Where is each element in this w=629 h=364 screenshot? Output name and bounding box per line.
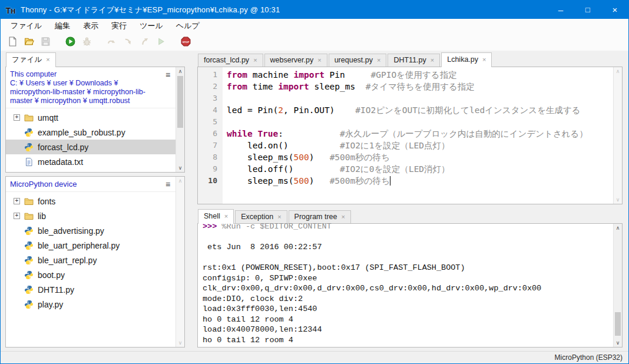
tree-item-ble-uart-peripheral-py[interactable]: + ble_uart_peripheral.py: [6, 238, 176, 253]
tab-close-icon[interactable]: ×: [253, 57, 257, 63]
tree-item-lib[interactable]: + lib: [6, 209, 176, 223]
line-number: 2: [198, 81, 223, 92]
tab-close-icon[interactable]: ×: [277, 214, 281, 220]
path-breadcrumb[interactable]: C: ¥ Users ¥ user ¥ Downloads ¥ micropyt…: [10, 79, 163, 105]
device-link[interactable]: MicroPython device: [10, 180, 163, 188]
files-tab-row: ファイル ×: [5, 52, 185, 67]
shell-output-line: [203, 253, 613, 263]
menu-item[interactable]: ヘルプ: [170, 19, 206, 33]
tree-item-ble-uart-repl-py[interactable]: + ble_uart_repl.py: [6, 253, 176, 267]
new-file-button[interactable]: [5, 34, 20, 49]
tab-close-icon[interactable]: ×: [482, 57, 486, 62]
run-button[interactable]: [63, 34, 78, 49]
tree-item-dht11-py[interactable]: + DHT11.py: [6, 282, 176, 297]
device-panel-menu-icon[interactable]: ≡: [163, 180, 173, 189]
code-line: 8 sleep_ms(500) #500m秒の待ち: [198, 151, 613, 163]
tree-item-boot-py[interactable]: + boot.py: [6, 267, 176, 282]
code-line: 4 led = Pin(2, Pin.OUT) #IO2ピンをOUTに初期化して…: [198, 104, 613, 116]
tree-item-ble-advertising-py[interactable]: + ble_advertising.py: [6, 223, 176, 238]
main-area: ファイル × This computer C: ¥ Users ¥ user ¥…: [1, 51, 628, 351]
tree-expander-icon[interactable]: +: [14, 213, 20, 219]
menu-item[interactable]: 実行: [105, 19, 133, 33]
scroll-down-icon[interactable]: ∨: [614, 196, 622, 204]
scroll-down-icon[interactable]: ∨: [614, 339, 622, 347]
tab-close-icon[interactable]: ×: [431, 57, 434, 63]
micropython-device-panel: MicroPython device ≡ + fonts + lib + ble…: [5, 176, 185, 348]
device-panel-scrollbar[interactable]: ∧ ∨: [176, 177, 184, 347]
tree-item-forcast-lcd-py[interactable]: + forcast_lcd.py: [6, 140, 176, 154]
editor-tab-dht11-py[interactable]: DHT11.py ×: [388, 54, 440, 67]
tab-close-icon[interactable]: ×: [342, 214, 345, 220]
tree-item-play-py[interactable]: + play.py: [6, 297, 176, 312]
stop-button[interactable]: STOP: [178, 34, 193, 49]
menu-item[interactable]: 表示: [77, 19, 105, 33]
shell-output-line: [203, 232, 613, 243]
code-line: 7 led.on() #IO2に1を設定（LED点灯）: [198, 140, 613, 151]
menu-item[interactable]: 編集: [48, 19, 77, 33]
editor-tab-row: forcast_lcd.py × webserver.py × urequest…: [197, 52, 623, 67]
tab-files[interactable]: ファイル ×: [6, 52, 56, 67]
editor-tab-urequest-py[interactable]: urequest.py ×: [329, 54, 387, 67]
tab-close-icon[interactable]: ×: [224, 213, 228, 219]
backend-selector[interactable]: MicroPython (ESP32): [555, 353, 623, 362]
scroll-up-icon[interactable]: ∧: [176, 67, 184, 75]
shell-output-line: load:0x3fff0030,len:4540: [203, 304, 613, 315]
shell-scrollbar[interactable]: ∧ ∨: [613, 224, 622, 347]
editor-scrollbar[interactable]: ∧ ∨: [613, 67, 622, 204]
tab-close-icon[interactable]: ×: [46, 57, 49, 62]
shell-output-line: ho 0 tail 12 room 4: [203, 315, 613, 325]
line-number: 6: [198, 128, 223, 140]
files-sidebar: ファイル × This computer C: ¥ Users ¥ user ¥…: [5, 52, 185, 348]
editor-tab-lchika-py[interactable]: Lchika.py ×: [441, 52, 492, 67]
code-editor[interactable]: 1 from machine import Pin #GPIOを使用する指定 2…: [198, 67, 613, 204]
code-line: 6 while True: #永久ループ（ループブロック内は自動的にインデントさ…: [198, 128, 613, 140]
tab-files-label: ファイル: [12, 55, 42, 65]
shell-panel: >>> %Run -c $EDITOR_CONTENT ets Jun 8 20…: [197, 223, 623, 348]
thonny-app-icon: [5, 5, 16, 15]
menu-item[interactable]: ファイル: [4, 19, 48, 33]
tree-expander-icon[interactable]: +: [14, 114, 20, 121]
editor-tab-forcast-lcd-py[interactable]: forcast_lcd.py ×: [198, 54, 263, 67]
files-panel-menu-icon[interactable]: ≡: [163, 70, 173, 105]
open-file-button[interactable]: [22, 34, 37, 49]
minimize-button[interactable]: –: [547, 1, 574, 19]
maximize-button[interactable]: □: [574, 1, 601, 19]
step-out-button: [137, 34, 152, 49]
tree-expander-icon[interactable]: +: [14, 198, 20, 204]
editor-panel: 1 from machine import Pin #GPIOを使用する指定 2…: [197, 67, 623, 204]
tree-item-metadata-txt[interactable]: + metadata.txt: [6, 154, 176, 169]
shell-tab-shell[interactable]: Shell ×: [198, 209, 234, 224]
shell-output-line: ho 0 tail 12 room 4: [203, 335, 613, 346]
step-into-button: [121, 34, 135, 49]
window-controls: – □ ×: [547, 1, 628, 19]
code-line: 2 from time import sleep_ms #タイマ待ちを使用する指…: [198, 81, 613, 92]
line-number: 4: [198, 104, 223, 116]
shell-output[interactable]: >>> %Run -c $EDITOR_CONTENT ets Jun 8 20…: [198, 221, 613, 347]
scroll-thumb[interactable]: [177, 76, 183, 128]
scroll-up-icon[interactable]: ∧: [614, 224, 622, 232]
device-panel-header: MicroPython device ≡: [6, 177, 176, 192]
tree-item-fonts[interactable]: + fonts: [6, 194, 176, 209]
close-button[interactable]: ×: [601, 1, 628, 19]
scroll-up-icon[interactable]: ∧: [176, 177, 184, 185]
this-computer-link[interactable]: This computer: [10, 70, 163, 79]
tab-close-icon[interactable]: ×: [377, 57, 380, 63]
shell-tab-program-tree[interactable]: Program tree ×: [289, 210, 351, 223]
statusbar: MicroPython (ESP32): [1, 351, 628, 363]
scroll-down-icon[interactable]: ∨: [176, 164, 184, 172]
debug-button: [80, 34, 94, 49]
menu-item[interactable]: ツール: [133, 19, 170, 33]
shell-tab-exception[interactable]: Exception ×: [235, 210, 287, 223]
shell-tab-row: Shell × Exception × Program tree ×: [197, 209, 623, 223]
line-number: 8: [198, 151, 223, 163]
tree-item-example-sub-robust-py[interactable]: + example_sub_robust.py: [6, 125, 176, 140]
scroll-thumb[interactable]: [615, 312, 621, 336]
scroll-down-icon[interactable]: ∨: [176, 339, 184, 347]
editor-tab-webserver-py[interactable]: webserver.py ×: [264, 54, 327, 67]
files-panel-scrollbar[interactable]: ∧ ∨: [176, 67, 184, 172]
line-number: 9: [198, 163, 223, 175]
python-icon: [24, 256, 34, 265]
scroll-up-icon[interactable]: ∧: [614, 67, 622, 75]
tree-item-umqtt[interactable]: + umqtt: [6, 110, 176, 125]
tab-close-icon[interactable]: ×: [317, 57, 321, 63]
